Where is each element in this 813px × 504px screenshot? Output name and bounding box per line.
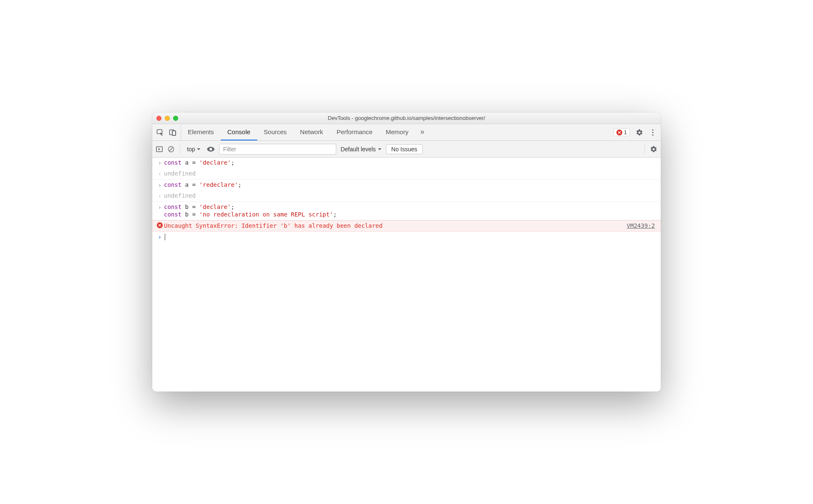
window-controls: [152, 116, 178, 121]
svg-rect-2: [172, 131, 176, 135]
device-toggle-icon[interactable]: [169, 129, 176, 136]
minimize-window-button[interactable]: [165, 116, 170, 121]
filter-input[interactable]: [219, 144, 336, 155]
log-levels-label: Default levels: [340, 146, 376, 153]
input-chevron-icon: ›: [158, 159, 161, 167]
input-chevron-icon: ›: [158, 181, 161, 189]
devtools-window: DevTools - googlechrome.github.io/sample…: [152, 112, 661, 392]
kebab-menu-icon[interactable]: [649, 129, 657, 136]
console-toolbar: top Default levels No Issues: [152, 141, 661, 158]
chevron-down-icon: [378, 147, 382, 151]
main-tabbar: ElementsConsoleSourcesNetworkPerformance…: [152, 124, 661, 141]
console-input-row: ›const a = 'declare';: [152, 158, 661, 168]
tab-memory[interactable]: Memory: [379, 124, 415, 140]
input-chevron-icon: ›: [158, 204, 161, 219]
console-output-text: undefined: [164, 170, 657, 178]
console-input-row: ›const b = 'declare'; const b = 'no rede…: [152, 202, 661, 221]
output-chevron-icon: ‹: [158, 170, 161, 178]
console-prompt-input[interactable]: [164, 233, 657, 241]
context-label: top: [187, 146, 195, 153]
error-source-link[interactable]: VM2439:2: [627, 222, 657, 230]
error-count: 1: [624, 129, 627, 135]
tab-performance[interactable]: Performance: [330, 124, 379, 140]
inspect-controls: [152, 124, 181, 140]
log-levels-selector[interactable]: Default levels: [340, 146, 381, 153]
tabs: ElementsConsoleSourcesNetworkPerformance…: [181, 124, 415, 140]
context-selector[interactable]: top: [185, 145, 202, 153]
svg-point-6: [652, 134, 653, 135]
live-expression-eye-icon[interactable]: [207, 145, 215, 153]
tab-elements[interactable]: Elements: [181, 124, 221, 140]
console-error-message: Uncaught SyntaxError: Identifier 'b' has…: [164, 222, 627, 230]
console-settings-gear-icon[interactable]: [650, 145, 657, 153]
console-input-text: const a = 'redeclare';: [164, 181, 657, 189]
svg-point-4: [652, 129, 653, 130]
console-input-row: ›const a = 'redeclare';: [152, 180, 661, 191]
chevron-down-icon: [197, 147, 201, 151]
console-output[interactable]: ›const a = 'declare';‹undefined›const a …: [152, 158, 661, 392]
tab-sources[interactable]: Sources: [257, 124, 294, 140]
inspect-element-icon[interactable]: [156, 129, 164, 136]
zoom-window-button[interactable]: [173, 116, 178, 121]
overflow-tabs-button[interactable]: »: [415, 124, 430, 140]
error-count-badge[interactable]: 1: [614, 128, 630, 136]
console-output-text: undefined: [164, 192, 657, 200]
tab-network[interactable]: Network: [294, 124, 330, 140]
titlebar: DevTools - googlechrome.github.io/sample…: [152, 112, 661, 124]
clear-console-icon[interactable]: [167, 145, 175, 153]
console-output-row: ‹undefined: [152, 168, 661, 180]
svg-point-5: [652, 132, 653, 133]
prompt-chevron-icon: ›: [158, 233, 161, 241]
svg-point-9: [210, 148, 212, 150]
console-input-text: const a = 'declare';: [164, 159, 657, 167]
console-error-row: Uncaught SyntaxError: Identifier 'b' has…: [152, 220, 661, 232]
text-cursor: [165, 234, 165, 240]
console-input-text: const b = 'declare'; const b = 'no redec…: [164, 203, 657, 219]
toggle-sidebar-icon[interactable]: [156, 145, 163, 153]
console-prompt-row[interactable]: ›: [152, 232, 661, 242]
console-output-row: ‹undefined: [152, 191, 661, 202]
issues-button[interactable]: No Issues: [386, 144, 423, 154]
separator: [644, 145, 645, 154]
separator: [180, 145, 180, 154]
error-icon: [616, 130, 622, 135]
tabbar-right: 1: [614, 124, 661, 140]
error-icon: [157, 222, 163, 228]
close-window-button[interactable]: [156, 116, 161, 121]
window-title: DevTools - googlechrome.github.io/sample…: [152, 115, 661, 121]
settings-gear-icon[interactable]: [636, 129, 643, 136]
tab-console[interactable]: Console: [221, 124, 257, 140]
output-chevron-icon: ‹: [158, 192, 161, 200]
